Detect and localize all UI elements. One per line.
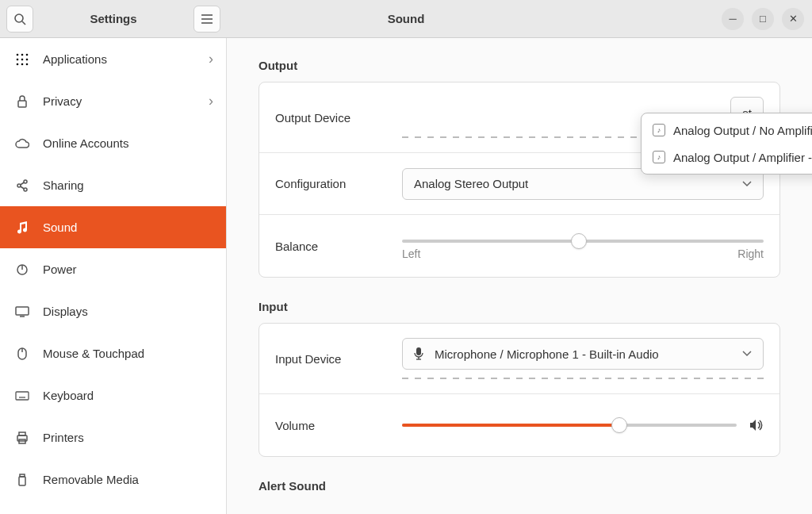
sidebar-item-label: Printers xyxy=(43,431,84,444)
output-card: Output Device st Configuration Analog St… xyxy=(259,82,780,278)
output-device-label: Output Device xyxy=(275,111,402,125)
dropdown-item[interactable]: ♪Analog Output / Amplifier - Built-in Au… xyxy=(645,144,812,171)
sidebar-item-label: Privacy xyxy=(43,94,82,108)
svg-point-12 xyxy=(21,63,24,65)
sidebar-item-printers[interactable]: Printers xyxy=(0,416,226,458)
output-device-dropdown: ♪Analog Output / No Amplifier - Built-in… xyxy=(641,113,812,175)
svg-point-6 xyxy=(21,53,24,56)
svg-line-19 xyxy=(21,186,25,189)
sidebar: Applications›Privacy›Online AccountsShar… xyxy=(0,38,227,514)
configuration-value: Analog Stereo Output xyxy=(414,177,528,190)
lock-icon xyxy=(14,95,30,108)
svg-line-18 xyxy=(21,182,25,185)
page-title: Sound xyxy=(388,12,425,25)
balance-left-label: Left xyxy=(402,247,420,260)
sidebar-item-label: Displays xyxy=(43,305,88,318)
audio-card-icon: ♪ xyxy=(653,151,665,163)
hamburger-icon xyxy=(201,14,213,24)
svg-point-7 xyxy=(26,53,29,56)
sidebar-item-applications[interactable]: Applications› xyxy=(0,38,226,80)
chevron-right-icon: › xyxy=(209,51,213,67)
svg-point-10 xyxy=(26,58,29,60)
balance-right-label: Right xyxy=(737,247,764,260)
usb-icon xyxy=(14,474,30,486)
close-button[interactable]: ✕ xyxy=(782,8,804,30)
sidebar-item-label: Removable Media xyxy=(43,473,139,486)
maximize-icon: □ xyxy=(760,13,766,25)
sidebar-item-keyboard[interactable]: Keyboard xyxy=(0,374,226,416)
svg-point-13 xyxy=(26,63,29,65)
sidebar-item-sharing[interactable]: Sharing xyxy=(0,164,226,206)
music-icon xyxy=(14,221,30,234)
hamburger-button[interactable] xyxy=(193,6,220,33)
audio-card-icon: ♪ xyxy=(653,124,665,136)
sidebar-item-mouse-touchpad[interactable]: Mouse & Touchpad xyxy=(0,332,226,374)
titlebar: Settings Sound ─ □ ✕ xyxy=(0,0,812,38)
svg-point-8 xyxy=(17,58,19,60)
power-icon xyxy=(14,263,30,276)
svg-point-9 xyxy=(21,58,24,60)
display-icon xyxy=(14,306,30,317)
svg-point-17 xyxy=(24,188,27,191)
sidebar-item-label: Online Accounts xyxy=(43,136,128,150)
sidebar-item-sound[interactable]: Sound xyxy=(0,206,226,248)
minimize-button[interactable]: ─ xyxy=(722,8,744,30)
alert-section-title: Alert Sound xyxy=(259,479,780,493)
dropdown-item-label: Analog Output / No Amplifier - Built-in … xyxy=(673,124,812,137)
chevron-down-icon xyxy=(742,181,752,187)
volume-slider[interactable] xyxy=(402,424,737,427)
input-level-meter xyxy=(402,378,764,379)
sidebar-item-label: Sound xyxy=(43,221,77,234)
search-button[interactable] xyxy=(6,6,33,33)
maximize-button[interactable]: □ xyxy=(752,8,774,30)
input-device-label: Input Device xyxy=(275,352,402,366)
sidebar-item-label: Applications xyxy=(43,52,107,66)
svg-rect-35 xyxy=(19,477,25,485)
content: Output Output Device st Configuration xyxy=(227,38,812,514)
volume-slider-thumb[interactable] xyxy=(611,417,627,433)
svg-rect-22 xyxy=(16,307,29,315)
input-device-select[interactable]: Microphone / Microphone 1 - Built-in Aud… xyxy=(402,338,764,370)
sidebar-item-online-accounts[interactable]: Online Accounts xyxy=(0,122,226,164)
balance-slider[interactable] xyxy=(402,240,764,243)
sidebar-item-power[interactable]: Power xyxy=(0,248,226,290)
speaker-icon[interactable] xyxy=(749,419,764,432)
svg-rect-26 xyxy=(16,392,29,400)
svg-point-16 xyxy=(24,180,27,183)
share-icon xyxy=(14,179,30,192)
sidebar-item-label: Keyboard xyxy=(43,389,94,402)
configuration-label: Configuration xyxy=(275,177,402,190)
svg-rect-37 xyxy=(416,347,421,355)
svg-rect-33 xyxy=(19,432,25,435)
sidebar-item-label: Power xyxy=(43,263,77,276)
sidebar-item-label: Mouse & Touchpad xyxy=(43,347,144,360)
keyboard-icon xyxy=(14,391,30,401)
sidebar-item-label: Sharing xyxy=(43,178,84,192)
mouse-icon xyxy=(14,347,30,360)
svg-point-11 xyxy=(17,63,19,65)
microphone-icon xyxy=(414,347,423,360)
svg-point-0 xyxy=(15,14,23,22)
balance-label: Balance xyxy=(275,240,402,253)
input-device-value: Microphone / Microphone 1 - Built-in Aud… xyxy=(435,347,659,361)
close-icon: ✕ xyxy=(789,13,798,25)
svg-rect-36 xyxy=(20,474,25,477)
settings-title: Settings xyxy=(38,12,189,25)
sidebar-item-removable-media[interactable]: Removable Media xyxy=(0,458,226,501)
cloud-icon xyxy=(14,138,30,149)
sidebar-item-privacy[interactable]: Privacy› xyxy=(0,80,226,122)
svg-line-1 xyxy=(22,21,25,25)
sidebar-item-displays[interactable]: Displays xyxy=(0,290,226,332)
svg-point-15 xyxy=(17,184,21,187)
volume-label: Volume xyxy=(275,419,402,432)
search-icon xyxy=(13,13,26,25)
input-card: Input Device Microphone / Microphone 1 -… xyxy=(259,323,780,457)
svg-rect-14 xyxy=(18,101,26,107)
chevron-down-icon xyxy=(742,351,752,357)
svg-point-5 xyxy=(17,53,19,56)
balance-slider-thumb[interactable] xyxy=(571,233,587,249)
output-section-title: Output xyxy=(259,59,780,72)
dropdown-item-label: Analog Output / Amplifier - Built-in Aud… xyxy=(673,151,812,164)
printer-icon xyxy=(14,432,30,444)
dropdown-item[interactable]: ♪Analog Output / No Amplifier - Built-in… xyxy=(645,117,812,144)
